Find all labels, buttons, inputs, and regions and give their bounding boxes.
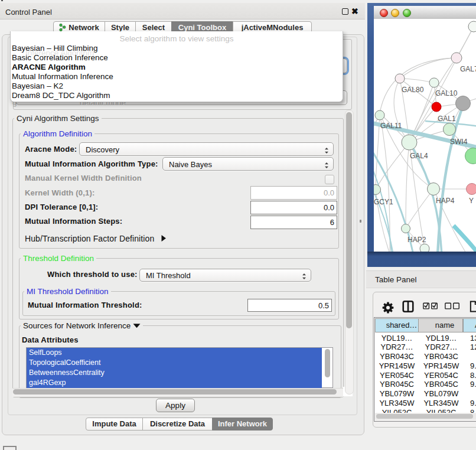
table-cell[interactable]: YLR345W <box>419 399 464 407</box>
gear-icon[interactable] <box>382 301 395 314</box>
dpi-tolerance-field[interactable] <box>250 201 337 214</box>
network-node[interactable] <box>420 244 429 252</box>
table-cell[interactable]: 9. <box>470 399 476 407</box>
network-node[interactable] <box>374 185 381 195</box>
table-cell[interactable]: YBR043C <box>375 352 419 361</box>
mi-algorithm-type-combo[interactable]: Naive Bayes <box>162 157 334 171</box>
table-cell[interactable]: YBR045C <box>375 380 419 389</box>
network-node[interactable] <box>432 102 441 112</box>
list-item[interactable]: BetweennessCentrality <box>27 368 322 378</box>
network-node[interactable] <box>429 78 439 87</box>
table-cell[interactable]: YBL079W <box>419 389 464 398</box>
aracne-mode-combo[interactable]: Discovery <box>79 142 334 156</box>
table-cell[interactable]: YIL052C <box>419 408 464 413</box>
minimize-traffic-light[interactable] <box>391 9 399 17</box>
table-cell[interactable]: YBL079W <box>375 389 419 398</box>
table-cell[interactable]: YLR345W <box>375 399 419 407</box>
minimized-panel-icon[interactable] <box>3 446 17 450</box>
network-node[interactable] <box>451 53 462 63</box>
dpi-tolerance-label: DPI Tolerance [0,1]: <box>25 203 98 211</box>
manual-kernel-width-checkbox[interactable] <box>325 175 334 184</box>
aracne-mode-value: Discovery <box>86 145 119 154</box>
screen: Control Panel ✖ Network Style Select Cyn… <box>0 0 476 450</box>
select-all-checked-icon[interactable] <box>423 302 438 310</box>
tab-infer-network[interactable]: Infer Network <box>212 418 273 431</box>
table-cell[interactable]: 9. <box>470 380 476 389</box>
which-threshold-combo[interactable]: MI Threshold <box>139 269 311 282</box>
mi-steps-field[interactable] <box>250 216 337 229</box>
network-node[interactable] <box>402 135 417 150</box>
mi-threshold-field[interactable] <box>247 299 332 312</box>
column-header-third[interactable]: A <box>463 318 476 332</box>
popup-item[interactable]: Basic Correlation Inference <box>12 53 108 63</box>
tab-impute-data[interactable]: Impute Data <box>86 418 143 431</box>
collapse-arrow-icon[interactable] <box>133 323 141 328</box>
table-cell[interactable]: YBR045C <box>419 380 464 389</box>
popup-item[interactable]: Bayesian – Hill Climbing <box>12 44 98 53</box>
table-cell[interactable]: 9. <box>470 361 476 370</box>
network-node[interactable] <box>467 184 476 195</box>
network-node[interactable] <box>428 183 440 195</box>
network-node[interactable] <box>465 148 476 164</box>
network-icon <box>59 24 66 31</box>
close-traffic-light[interactable] <box>380 9 388 17</box>
table-cell[interactable]: 13 <box>470 334 476 343</box>
kernel-width-field[interactable] <box>250 186 337 200</box>
control-panel-titlebar: Control Panel ✖ <box>0 3 365 19</box>
column-header-shared-name[interactable]: shared… <box>375 318 419 332</box>
popup-item[interactable]: Mutual Information Inference <box>12 72 113 81</box>
network-node[interactable] <box>375 110 384 120</box>
popup-item[interactable]: Dream8 DC_TDC Algorithm <box>12 91 110 100</box>
table-cell[interactable]: YIL052C <box>375 408 419 413</box>
tab-discretize-data[interactable]: Discretize Data <box>142 418 213 431</box>
settings-vscrollbar-thumb[interactable] <box>346 112 352 328</box>
close-icon[interactable]: ✖ <box>351 6 358 16</box>
column-header-name[interactable]: name <box>419 318 463 332</box>
network-node[interactable] <box>395 74 405 83</box>
table-cell[interactable]: YER054C <box>419 371 464 380</box>
table-cell[interactable]: YDL19… <box>375 334 419 343</box>
popup-item[interactable]: Bayesian – K2 <box>12 81 63 91</box>
tab-network-label: Network <box>69 23 99 32</box>
expand-arrow-icon[interactable] <box>160 234 167 242</box>
aracne-mode-label: Aracne Mode: <box>25 145 77 154</box>
table-cell[interactable]: YBR043C <box>419 352 464 361</box>
node-label: Y <box>469 197 474 205</box>
popup-item-selected[interactable]: ARACNE Algorithm <box>12 63 86 72</box>
select-none-icon[interactable] <box>445 302 460 310</box>
network-node[interactable] <box>456 96 471 111</box>
table-cell[interactable]: YDL19… <box>419 334 464 343</box>
table-cell[interactable]: 12 <box>470 343 476 351</box>
table-cell[interactable]: YPR145W <box>375 361 419 370</box>
network-node[interactable] <box>468 21 476 32</box>
file-icon[interactable] <box>470 301 476 312</box>
splitter-handle[interactable] <box>360 220 361 223</box>
node-label: HAP2 <box>407 236 426 244</box>
network-node[interactable] <box>402 224 410 233</box>
combo-arrows-icon <box>324 161 329 168</box>
network-canvas[interactable]: GAL7 GAL80 GAL10 GAL1 GAL11 SWI4 GAL4 GC… <box>374 19 476 252</box>
list-vertical-scrollbar[interactable] <box>325 349 330 377</box>
table-panel-title: Table Panel <box>375 275 417 284</box>
tab-infer-network-label: Infer Network <box>218 419 267 428</box>
table-cell[interactable]: YPR145W <box>419 361 464 370</box>
table-cell[interactable]: YDR27… <box>375 343 419 351</box>
list-item[interactable]: SelfLoops <box>27 348 322 358</box>
list-item[interactable]: TopologicalCoefficient <box>27 358 322 368</box>
table-cell[interactable]: 8. <box>470 408 476 413</box>
network-node[interactable] <box>444 123 456 136</box>
table-cell[interactable]: YDR27… <box>419 343 464 351</box>
combo-arrows-icon <box>324 146 329 153</box>
network-window-titlebar[interactable] <box>374 6 476 19</box>
table-cell[interactable]: YER054C <box>375 371 419 380</box>
node-label: HAP4 <box>436 197 455 205</box>
float-window-icon[interactable] <box>342 8 348 15</box>
table-hscrollbar-thumb[interactable] <box>376 414 473 419</box>
split-columns-icon[interactable] <box>402 301 415 312</box>
table-cell[interactable]: 8. <box>470 371 476 380</box>
zoom-traffic-light[interactable] <box>403 9 411 17</box>
list-item[interactable]: gal4RGexp <box>27 378 322 388</box>
table-body: YDL19… YDL19… 13 YDR27… YDR27… 12 YBR043… <box>375 332 476 413</box>
apply-button[interactable]: Apply <box>156 399 195 412</box>
settings-hscrollbar-thumb[interactable] <box>13 389 337 394</box>
